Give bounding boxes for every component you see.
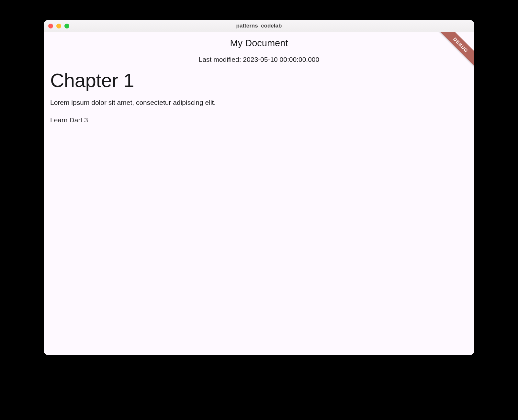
- checkbox-item-text: Learn Dart 3: [50, 116, 468, 124]
- paragraph-text: Lorem ipsum dolor sit amet, consectetur …: [50, 99, 468, 106]
- last-modified-text: Last modified: 2023-05-10 00:00:00.000: [44, 56, 474, 63]
- document-body: Chapter 1 Lorem ipsum dolor sit amet, co…: [44, 63, 474, 124]
- app-bar: My Document Last modified: 2023-05-10 00…: [44, 32, 474, 63]
- application-window: patterns_codelab My Document Last modifi…: [44, 20, 474, 355]
- window-titlebar[interactable]: patterns_codelab: [44, 20, 474, 32]
- window-controls: [48, 24, 69, 28]
- minimize-window-button[interactable]: [56, 24, 61, 28]
- maximize-window-button[interactable]: [64, 24, 69, 28]
- window-title: patterns_codelab: [44, 23, 474, 29]
- document-title: My Document: [44, 38, 474, 49]
- app-content: My Document Last modified: 2023-05-10 00…: [44, 32, 474, 355]
- close-window-button[interactable]: [48, 24, 53, 28]
- chapter-heading: Chapter 1: [50, 69, 468, 92]
